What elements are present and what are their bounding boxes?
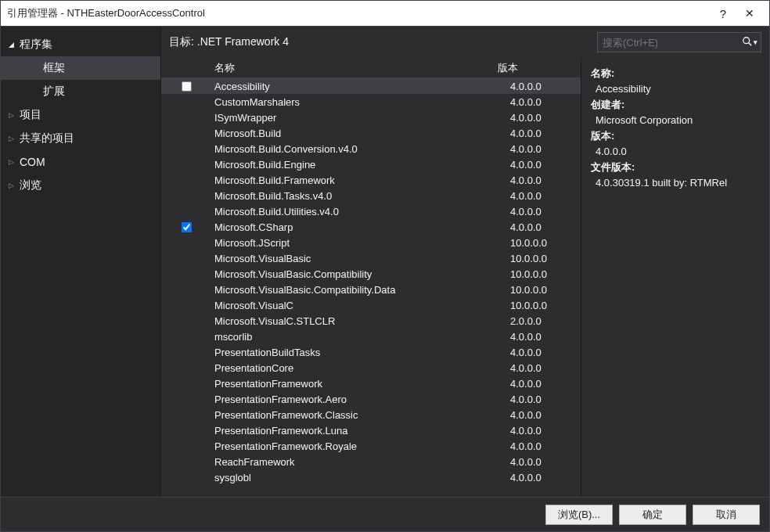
- assembly-row[interactable]: Microsoft.JScript10.0.0.0: [161, 235, 581, 250]
- assembly-row[interactable]: Microsoft.Build.Utilities.v4.04.0.0.0: [161, 203, 581, 219]
- assembly-row[interactable]: Accessibility4.0.0.0: [161, 78, 581, 94]
- assembly-row[interactable]: sysglobl4.0.0.0: [161, 469, 581, 485]
- assembly-name: Accessibility: [211, 81, 510, 92]
- sidebar-item-label: COM: [20, 156, 45, 168]
- assembly-name: sysglobl: [211, 472, 510, 483]
- assembly-row[interactable]: ISymWrapper4.0.0.0: [161, 110, 581, 125]
- sidebar-item-4[interactable]: 共享的项目: [1, 127, 160, 150]
- sidebar-item-label: 框架: [43, 61, 65, 75]
- assembly-version: 4.0.0.0: [510, 112, 581, 124]
- search-box[interactable]: ▾: [597, 32, 761, 52]
- assembly-name: Microsoft.Build.Tasks.v4.0: [211, 190, 510, 202]
- sidebar-item-1[interactable]: 框架: [1, 56, 160, 80]
- tree-collapsed-icon: [5, 135, 16, 142]
- sidebar-item-6[interactable]: 浏览: [1, 174, 160, 197]
- assembly-row[interactable]: PresentationFramework.Classic4.0.0.0: [161, 407, 581, 422]
- assembly-name: Microsoft.VisualBasic.Compatibility.Data: [211, 284, 510, 296]
- cancel-button[interactable]: 取消: [693, 505, 760, 525]
- assembly-row[interactable]: Microsoft.VisualC.STLCLR2.0.0.0: [161, 313, 581, 329]
- assembly-version: 4.0.0.0: [510, 362, 581, 374]
- tree-collapsed-icon: [5, 182, 16, 189]
- help-button[interactable]: ?: [710, 2, 736, 24]
- assembly-row[interactable]: Microsoft.Build.Tasks.v4.04.0.0.0: [161, 188, 581, 203]
- sidebar-item-3[interactable]: 项目: [1, 103, 160, 127]
- grid-header[interactable]: 名称 版本: [161, 58, 581, 78]
- assembly-grid: 名称 版本 Accessibility4.0.0.0CustomMarshale…: [161, 58, 581, 497]
- assembly-checkbox[interactable]: [182, 222, 192, 232]
- ok-button[interactable]: 确定: [619, 505, 686, 525]
- assembly-name: ISymWrapper: [211, 112, 510, 124]
- assembly-name: PresentationFramework: [211, 378, 510, 390]
- assembly-version: 10.0.0.0: [510, 253, 581, 264]
- svg-line-1: [748, 42, 751, 45]
- assembly-row[interactable]: PresentationFramework4.0.0.0: [161, 376, 581, 391]
- row-checkbox-cell: [161, 222, 211, 232]
- assembly-version: 10.0.0.0: [510, 300, 581, 311]
- sidebar-item-0[interactable]: 程序集: [1, 33, 160, 56]
- sidebar-item-label: 项目: [20, 108, 41, 122]
- sidebar-item-label: 扩展: [43, 84, 65, 99]
- assembly-row[interactable]: ReachFramework4.0.0.0: [161, 454, 581, 469]
- svg-point-0: [743, 37, 749, 43]
- assembly-version: 10.0.0.0: [510, 268, 581, 280]
- assembly-version: 4.0.0.0: [510, 143, 581, 155]
- assembly-name: PresentationFramework.Royale: [211, 440, 510, 452]
- assembly-version: 10.0.0.0: [510, 284, 581, 296]
- assembly-row[interactable]: PresentationFramework.Royale4.0.0.0: [161, 438, 581, 454]
- browse-button[interactable]: 浏览(B)...: [545, 505, 613, 525]
- detail-version-value: 4.0.0.0: [591, 144, 760, 160]
- assembly-row[interactable]: PresentationCore4.0.0.0: [161, 360, 581, 376]
- assembly-row[interactable]: Microsoft.Build4.0.0.0: [161, 125, 581, 141]
- assembly-name: Microsoft.CSharp: [211, 221, 510, 233]
- footer: 浏览(B)... 确定 取消: [1, 497, 769, 531]
- titlebar[interactable]: 引用管理器 - NTHEasterDoorAccessControl ? ✕: [1, 1, 769, 26]
- detail-creator-value: Microsoft Corporation: [591, 113, 760, 128]
- assembly-name: PresentationFramework.Classic: [211, 409, 510, 421]
- assembly-row[interactable]: Microsoft.VisualBasic10.0.0.0: [161, 250, 581, 266]
- assembly-row[interactable]: PresentationBuildTasks4.0.0.0: [161, 344, 581, 360]
- assembly-row[interactable]: Microsoft.VisualBasic.Compatibility.Data…: [161, 282, 581, 297]
- assembly-name: Microsoft.Build: [211, 128, 510, 139]
- assembly-version: 4.0.0.0: [510, 221, 581, 233]
- assembly-row[interactable]: Microsoft.Build.Framework4.0.0.0: [161, 172, 581, 188]
- search-icon[interactable]: ▾: [740, 36, 761, 49]
- assembly-version: 4.0.0.0: [510, 472, 581, 483]
- assembly-name: CustomMarshalers: [211, 96, 510, 108]
- assembly-row[interactable]: mscorlib4.0.0.0: [161, 329, 581, 344]
- assembly-version: 4.0.0.0: [510, 81, 581, 92]
- assembly-row[interactable]: Microsoft.VisualBasic.Compatibility10.0.…: [161, 266, 581, 282]
- col-name-header[interactable]: 名称: [211, 61, 498, 75]
- assembly-version: 4.0.0.0: [510, 440, 581, 452]
- assembly-version: 4.0.0.0: [510, 331, 581, 343]
- assembly-version: 4.0.0.0: [510, 206, 581, 217]
- assembly-name: Microsoft.VisualC: [211, 300, 510, 311]
- assembly-name: PresentationFramework.Luna: [211, 425, 510, 437]
- col-version-header[interactable]: 版本: [498, 61, 568, 75]
- grid-rows[interactable]: Accessibility4.0.0.0CustomMarshalers4.0.…: [161, 78, 581, 497]
- assembly-row[interactable]: Microsoft.Build.Conversion.v4.04.0.0.0: [161, 141, 581, 156]
- assembly-row[interactable]: Microsoft.CSharp4.0.0.0: [161, 219, 581, 235]
- assembly-version: 4.0.0.0: [510, 190, 581, 202]
- assembly-version: 4.0.0.0: [510, 96, 581, 108]
- assembly-row[interactable]: CustomMarshalers4.0.0.0: [161, 94, 581, 110]
- assembly-checkbox[interactable]: [182, 81, 192, 92]
- close-button[interactable]: ✕: [736, 2, 763, 24]
- target-label: 目标: .NET Framework 4: [169, 35, 589, 49]
- search-input[interactable]: [598, 37, 740, 49]
- assembly-name: Microsoft.Build.Utilities.v4.0: [211, 206, 510, 217]
- assembly-row[interactable]: PresentationFramework.Luna4.0.0.0: [161, 422, 581, 438]
- assembly-name: PresentationBuildTasks: [211, 347, 510, 358]
- assembly-row[interactable]: Microsoft.Build.Engine4.0.0.0: [161, 156, 581, 172]
- assembly-row[interactable]: PresentationFramework.Aero4.0.0.0: [161, 391, 581, 407]
- sidebar-item-5[interactable]: COM: [1, 150, 160, 174]
- assembly-name: mscorlib: [211, 331, 510, 343]
- window-title: 引用管理器 - NTHEasterDoorAccessControl: [7, 6, 710, 20]
- assembly-version: 4.0.0.0: [510, 347, 581, 358]
- assembly-row[interactable]: Microsoft.VisualC10.0.0.0: [161, 297, 581, 313]
- assembly-name: Microsoft.JScript: [211, 237, 510, 249]
- tree-collapsed-icon: [5, 111, 16, 119]
- assembly-version: 4.0.0.0: [510, 128, 581, 139]
- sidebar-item-2[interactable]: 扩展: [1, 80, 160, 103]
- detail-creator-label: 创建者:: [591, 97, 760, 113]
- assembly-version: 4.0.0.0: [510, 378, 581, 390]
